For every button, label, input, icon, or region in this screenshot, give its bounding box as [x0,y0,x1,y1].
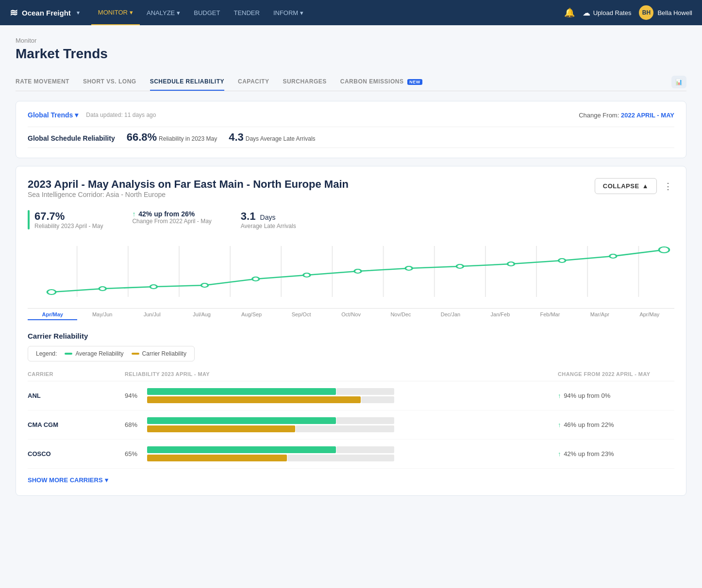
tab-surcharges[interactable]: SURCHARGES [283,73,326,91]
tabs-bar: RATE MOVEMENT SHORT VS. LONG SCHEDULE RE… [16,73,686,91]
x-tick-1[interactable]: May/Jun [77,311,127,320]
global-schedule-reliability-label: Global Schedule Reliability [28,134,115,142]
data-updated-label: Data updated: 11 days ago [86,112,156,118]
reliability-label: Reliability 2023 April - May [34,223,103,229]
svg-point-21 [507,262,514,266]
nav-brand[interactable]: ≋ Ocean Freight ▾ [10,7,80,18]
carrier-name-cosco: COSCO [28,450,125,457]
reliability-value: 67.7% [34,210,103,223]
upload-rates-button[interactable]: ☁ Upload Rates [583,8,632,17]
x-axis: Apr/May May/Jun Jun/Jul Jul/Aug Aug/Sep … [28,308,674,320]
chart-svg [28,241,674,304]
analysis-card: 2023 April - May Analysis on Far East Ma… [16,166,686,496]
navbar: ≋ Ocean Freight ▾ MONITOR ▾ ANALYZE ▾ BU… [0,0,702,25]
carrier-bar-bg-cosco [287,455,394,461]
tab-schedule-reliability[interactable]: SCHEDULE RELIABILITY [150,73,224,91]
carrier-bar-anl [147,396,361,403]
carrier-pct-anl: 94% [125,392,137,399]
tab-short-vs-long[interactable]: SHORT VS. LONG [83,73,136,91]
up-icon: ↑ [558,450,561,457]
carrier-reliability-title: Carrier Reliability [28,332,674,340]
metric-content: 67.7% Reliability 2023 April - May [34,210,103,229]
x-tick-11[interactable]: Mar/Apr [575,311,624,320]
carrier-name-cmacgm: CMA CGM [28,421,125,428]
nav-tender[interactable]: TENDER [227,0,266,25]
x-tick-0[interactable]: Apr/May [28,311,77,320]
x-tick-7[interactable]: Nov/Dec [376,311,425,320]
carrier-bar-cmacgm [147,425,295,432]
chevron-down-icon: ▾ [75,111,78,119]
change-content: ↑ 42% up from 26% Change From 2022 April… [132,210,211,229]
table-row: CMA CGM 68% ↑ [28,410,674,440]
legend-box: Legend: Average Reliability Carrier Reli… [28,346,195,361]
tab-rate-movement[interactable]: RATE MOVEMENT [16,73,69,91]
late-arrivals-metric: 3.1 Days Average Late Arrivals [241,210,296,229]
carrier-bar-cosco [147,455,287,461]
col-header-carrier: Carrier [28,371,125,377]
svg-point-22 [559,259,566,262]
bell-icon[interactable]: 🔔 [564,7,575,18]
user-menu[interactable]: BH Bella Howell [639,5,692,20]
avatar: BH [639,5,653,20]
avg-late-days: 4.3 [229,131,244,144]
metrics-row: 67.7% Reliability 2023 April - May ↑ 42%… [28,210,674,229]
page-title: Market Trends [16,46,686,62]
global-stats: Global Schedule Reliability 66.8% Reliab… [28,127,674,148]
svg-point-19 [405,266,412,270]
svg-point-24 [659,247,669,253]
x-tick-2[interactable]: Jun/Jul [127,311,177,320]
x-tick-5[interactable]: Sep/Oct [276,311,326,320]
x-tick-3[interactable]: Jul/Aug [177,311,226,320]
collapse-button[interactable]: COLLAPSE ▲ [595,178,657,194]
legend-green-bar [65,353,72,355]
nav-inform[interactable]: INFORM ▾ [267,0,310,25]
col-header-reliability: Reliability 2023 April - May [125,371,558,377]
late-days-value: 3.1 Days [241,210,296,223]
x-tick-10[interactable]: Feb/Mar [525,311,575,320]
x-tick-8[interactable]: Dec/Jan [426,311,475,320]
nav-budget[interactable]: BUDGET [187,0,227,25]
carrier-pct-cmacgm: 68% [125,421,137,428]
x-tick-12[interactable]: Apr/May [625,311,674,320]
legend-gold-bar [132,353,139,355]
xls-export-button[interactable]: 📊 [671,76,686,88]
avg-late-days-desc: Days Average Late Arrivals [246,135,316,142]
legend-avg-item: Average Reliability [65,350,123,357]
change-value: ↑ 42% up from 26% [132,210,211,218]
upload-icon: ☁ [583,8,590,17]
legend-avg-label: Average Reliability [75,350,123,357]
x-tick-6[interactable]: Oct/Nov [326,311,376,320]
tab-carbon-emissions[interactable]: CARBON EMISSIONS NEW [340,73,422,91]
avg-bar-bg-anl [336,388,394,395]
more-options-button[interactable]: ⋮ [662,179,674,194]
up-icon: ↑ [558,392,561,399]
global-trends-filter[interactable]: Global Trends ▾ [28,111,78,119]
brand-icon: ≋ [10,7,18,18]
legend-carrier-label: Carrier Reliability [142,350,186,357]
up-arrow-icon: ↑ [132,210,135,218]
carrier-table-header: Carrier Reliability 2023 April - May Cha… [28,371,674,381]
metric-bar-green [28,210,30,229]
filter-bar: Global Trends ▾ Data updated: 11 days ag… [28,111,674,119]
carrier-change-anl: ↑ 94% up from 0% [558,392,674,399]
new-badge: NEW [407,79,422,85]
carrier-change-cmacgm: ↑ 46% up from 22% [558,421,674,428]
svg-point-23 [610,254,617,258]
x-tick-9[interactable]: Jan/Feb [475,311,525,320]
reliability-metric: 67.7% Reliability 2023 April - May [28,210,103,229]
show-more-carriers-button[interactable]: SHOW MORE CARRIERS ▾ [28,476,674,484]
col-header-change: Change From 2022 April - May [558,371,674,377]
chevron-down-icon: ▾ [105,476,108,484]
svg-point-14 [150,285,157,289]
x-tick-4[interactable]: Aug/Sep [227,311,276,320]
analysis-header: 2023 April - May Analysis on Far East Ma… [28,178,674,208]
carrier-bar-bg-cmacgm [296,425,394,432]
brand-label: Ocean Freight [22,9,71,17]
main-card: Global Trends ▾ Data updated: 11 days ag… [16,101,686,158]
svg-point-13 [99,287,106,291]
nav-monitor[interactable]: MONITOR ▾ [91,0,140,25]
tab-capacity[interactable]: CAPACITY [238,73,269,91]
brand-chevron: ▾ [77,10,80,16]
nav-analyze[interactable]: ANALYZE ▾ [140,0,187,25]
change-from-link[interactable]: 2022 APRIL - MAY [621,112,674,119]
